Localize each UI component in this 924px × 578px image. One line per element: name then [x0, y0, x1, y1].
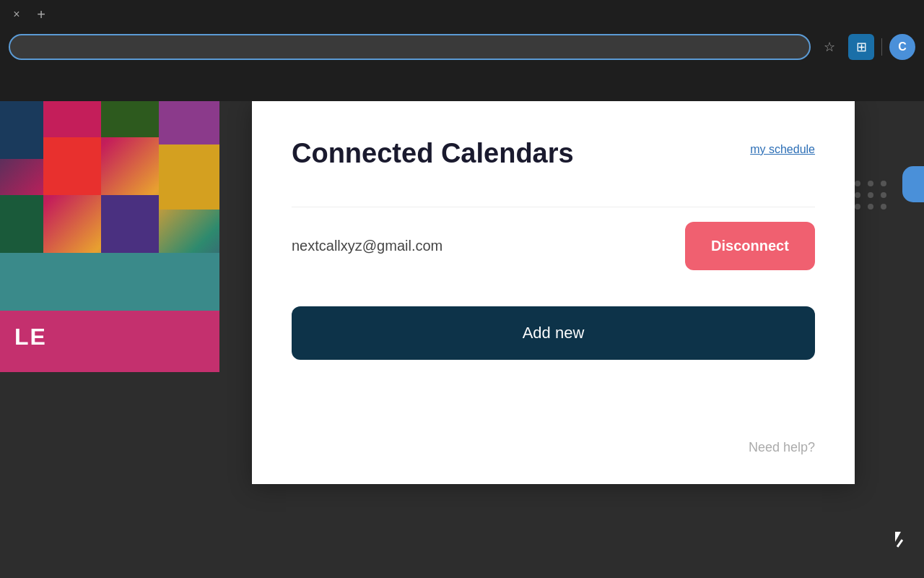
art-block — [0, 253, 219, 311]
toolbar-divider — [881, 38, 882, 56]
connected-calendars-panel: Connected Calendars my schedule nextcall… — [252, 101, 855, 484]
art-block — [159, 144, 219, 210]
address-bar-row: ☆ ⊞ C — [0, 29, 924, 65]
art-block — [101, 101, 159, 137]
artwork-text: LE — [14, 324, 47, 350]
calendar-entry-row: nextcallxyz@gmail.com Disconnect — [292, 207, 815, 285]
dot — [855, 204, 860, 210]
page-title: Connected Calendars — [292, 137, 574, 171]
close-icon: × — [13, 8, 19, 21]
address-bar[interactable] — [9, 34, 811, 60]
dot — [881, 181, 886, 186]
add-new-button[interactable]: Add new — [292, 306, 815, 360]
dot — [855, 181, 860, 186]
need-help-link[interactable]: Need help? — [292, 440, 815, 455]
disconnect-button[interactable]: Disconnect — [685, 222, 815, 270]
browser-chrome: × + ☆ ⊞ C — [0, 0, 924, 101]
bookmark-button[interactable]: ☆ — [818, 35, 841, 59]
new-tab-button[interactable]: + — [30, 4, 52, 25]
dot — [881, 192, 886, 198]
user-avatar[interactable]: C — [889, 34, 915, 60]
modal-header: Connected Calendars my schedule — [292, 137, 815, 171]
art-block — [101, 195, 159, 253]
user-initial: C — [898, 40, 907, 53]
my-schedule-link[interactable]: my schedule — [750, 143, 815, 156]
artwork-image: LE — [0, 101, 219, 372]
tab-close-button[interactable]: × — [6, 4, 27, 25]
art-block — [0, 101, 43, 159]
dot — [855, 192, 860, 198]
calendar-ext-icon: ⊞ — [856, 39, 867, 55]
dot — [881, 204, 886, 210]
tab-bar: × + — [0, 0, 924, 29]
dot — [868, 204, 873, 210]
star-icon: ☆ — [824, 39, 835, 55]
right-circle-decoration — [902, 166, 924, 202]
add-tab-icon: + — [37, 7, 45, 23]
calendar-email: nextcallxyz@gmail.com — [292, 238, 443, 254]
dot — [868, 192, 873, 198]
calendar-extension-button[interactable]: ⊞ — [848, 34, 874, 60]
page-background: LE Connected Calendars my schedule nextc… — [0, 101, 924, 578]
dot — [868, 181, 873, 186]
art-block — [43, 137, 101, 195]
toolbar-right: ☆ ⊞ C — [818, 34, 915, 60]
mouse-cursor — [895, 532, 910, 549]
